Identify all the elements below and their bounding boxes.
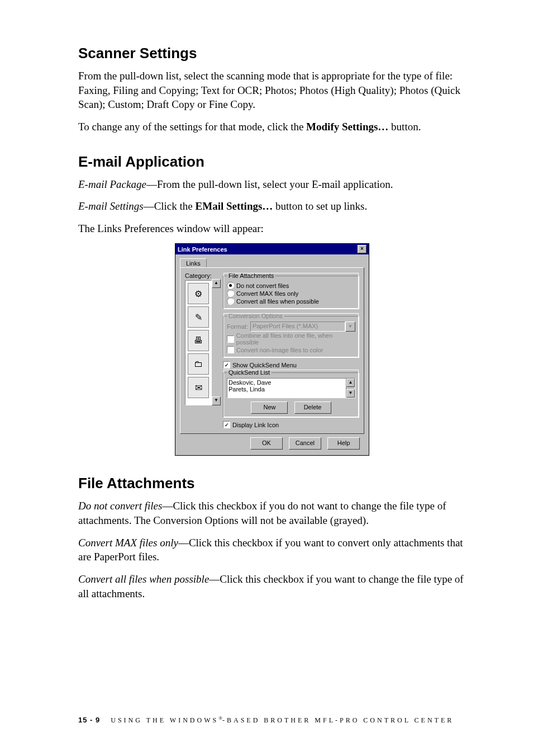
page: Scanner Settings From the pull-down list… [0,0,533,756]
legend-quicksend-list: QuickSend List [227,369,272,376]
radio-label: Convert MAX files only [236,290,298,297]
para-fileatt-1: Do not convert files—Click this checkbox… [78,499,466,527]
legend-conversion-options: Conversion Options [227,313,284,319]
radio-label: Do not convert files [236,282,289,289]
settings-column: File Attachments Do not convert files Co… [223,272,359,429]
radio-icon [227,282,234,289]
category-listbox[interactable]: ⚙ ✎ 🖶 🗀 ✉ [185,280,212,405]
help-button[interactable]: Help [327,437,360,450]
delete-button[interactable]: Delete [294,401,331,414]
radio-label: Convert all files when possible [236,298,319,305]
em-email-package: E-mail Package [78,178,146,190]
radio-convert-all[interactable]: Convert all files when possible [227,297,355,305]
para-scanner-2-post: button. [388,121,421,133]
para-fileatt-3: Convert all files when possible—Click th… [78,572,466,601]
para-email-3: The Links Preferences window will appear… [78,221,466,236]
em-convert-all: Convert all files when possible [78,573,209,585]
para-email-1-rest: —From the pull-down list, select your E-… [146,178,393,190]
group-conversion-options: Conversion Options Format: PaperPort Fil… [223,313,359,358]
check-label: Display Link Icon [232,422,279,428]
para-email-1: E-mail Package—From the pull-down list, … [78,177,466,192]
check-display-link-icon[interactable]: Display Link Icon [223,421,359,428]
ok-button[interactable]: OK [250,437,283,450]
email-settings-bold: EMail Settings… [196,200,273,212]
format-dropdown: PaperPort Files (*.MAX) ▼ [250,322,355,332]
quicksend-listbox[interactable]: Deskovic, Dave Parets, Linda ▲ ▼ [227,378,355,398]
checkbox-icon [227,336,234,343]
category-icon[interactable]: 🖶 [188,330,209,351]
tab-panel-links: Category: ⚙ ✎ 🖶 🗀 ✉ ▲ ▼ [180,267,364,434]
footer-text-post: -BASED BROTHER MFL-PRO CONTROL CENTER [222,716,454,724]
format-value: PaperPort Files (*.MAX) [250,322,345,332]
chevron-down-icon: ▼ [345,322,355,332]
format-label: Format: [227,323,248,330]
category-label: Category: [185,272,223,279]
checkbox-icon [227,346,234,353]
category-column: Category: ⚙ ✎ 🖶 🗀 ✉ ▲ ▼ [185,272,223,429]
link-preferences-dialog: Link Preferences × Links Category: ⚙ ✎ [175,243,369,456]
new-button[interactable]: New [251,401,288,414]
category-icon[interactable]: ✉ [188,377,209,398]
check-label: Convert non-image files to color [236,347,323,353]
check-show-quicksend[interactable]: Show QuickSend Menu [223,361,359,368]
para-scanner-2-pre: To change any of the settings for that m… [78,121,306,133]
list-item[interactable]: Parets, Linda [229,386,354,393]
para-email-2-mid: —Click the [144,200,196,212]
para-email-2: E-mail Settings—Click the EMail Settings… [78,199,466,214]
radio-icon [227,290,234,297]
page-footer: 15 - 9 USING THE WINDOWS®-BASED BROTHER … [78,715,454,725]
radio-do-not-convert[interactable]: Do not convert files [227,282,355,289]
dialog-titlebar[interactable]: Link Preferences × [175,244,369,254]
para-scanner-1: From the pull-down list, select the scan… [78,69,466,112]
para-email-2-post: button to set up links. [273,200,367,212]
legend-file-attachments: File Attachments [227,272,275,279]
scroll-down-icon[interactable]: ▼ [212,396,221,405]
heading-email-application: E-mail Application [78,153,466,171]
para-scanner-2: To change any of the settings for that m… [78,120,466,134]
tab-links[interactable]: Links [180,258,207,268]
em-do-not-convert: Do not convert files [78,500,162,512]
dialog-button-row: OK Cancel Help [180,434,364,450]
group-file-attachments: File Attachments Do not convert files Co… [223,272,359,309]
modify-settings-bold: Modify Settings… [306,121,388,133]
category-icon[interactable]: ✎ [188,306,209,328]
category-icon[interactable]: 🗀 [188,353,209,375]
check-convert-non-image: Convert non-image files to color [227,346,355,353]
group-quicksend-list: QuickSend List Deskovic, Dave Parets, Li… [223,369,359,418]
cancel-button[interactable]: Cancel [289,437,321,450]
em-convert-max-only: Convert MAX files only [78,537,178,549]
footer-text-pre: USING THE WINDOWS [111,716,218,724]
page-number: 15 - 9 [78,716,100,724]
category-icon[interactable]: ⚙ [188,283,209,304]
scroll-up-icon[interactable]: ▲ [346,379,355,387]
check-combine-files: Combine all files into one file, when po… [227,332,355,346]
dialog-body: Links Category: ⚙ ✎ 🖶 🗀 ✉ [175,254,369,455]
close-icon[interactable]: × [358,245,367,253]
list-item[interactable]: Deskovic, Dave [229,379,354,386]
registered-mark-icon: ® [218,715,222,721]
checkbox-icon [223,361,230,368]
radio-convert-max-only[interactable]: Convert MAX files only [227,290,355,297]
check-label: Show QuickSend Menu [232,362,297,368]
radio-icon [227,297,234,305]
checkbox-icon [223,421,230,428]
dialog-title-text: Link Preferences [178,246,227,253]
heading-scanner-settings: Scanner Settings [78,45,466,62]
heading-file-attachments: File Attachments [78,475,466,492]
para-fileatt-2: Convert MAX files only—Click this checkb… [78,536,466,564]
check-label: Combine all files into one file, when po… [236,332,355,346]
em-email-settings: E-mail Settings [78,200,144,212]
dialog-figure: Link Preferences × Links Category: ⚙ ✎ [78,243,466,456]
scroll-up-icon[interactable]: ▲ [212,279,221,288]
scroll-down-icon[interactable]: ▼ [346,389,355,398]
